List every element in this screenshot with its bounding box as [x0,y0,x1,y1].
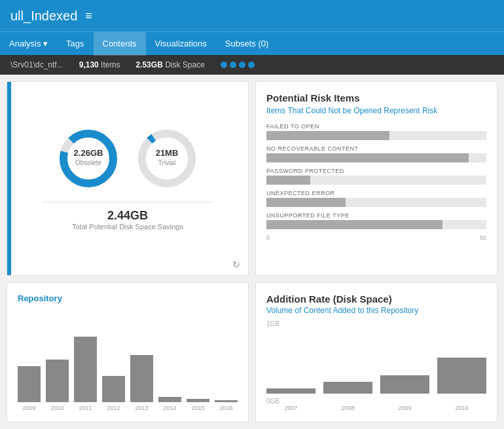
obsolete-donut-svg: 2.26GB Obsolete [56,126,121,191]
addrate-subtitle: Volume of Content Added to this Reposito… [266,306,486,315]
repo-bar [46,360,69,402]
repo-panel: Repository 20092010201120122013201420152… [7,282,249,423]
repo-bar [18,366,41,402]
disk-savings-panel: 2.26GB Obsolete 21MB Trivial 2.44GB Tota… [7,81,249,276]
repo-bar-label: 2013 [130,405,153,411]
menu-icon[interactable]: ≡ [85,9,92,23]
risk-bar-track [266,198,486,207]
total-label: Total Potential Disk Space Savings [42,223,213,231]
repo-bar-label: 2011 [74,405,97,411]
obsolete-label-text: Obsolete [75,159,101,166]
risk-bar-row: UNSUPPORTED FILE TYPE [266,212,486,229]
addrate-y-max: 1GB [266,320,486,327]
addrate-bar [437,358,486,394]
risk-subtitle: Items That Could Not be Opened Represent… [266,106,486,115]
refresh-icon[interactable]: ↻ [232,259,240,270]
repo-bar-label: 2009 [18,405,41,411]
risk-bar-fill [266,131,389,140]
left-accent-bar [7,82,11,275]
risk-bar-fill [266,198,346,207]
navbar: Analysis ▾TagsContentsVisualizationsSubs… [0,31,504,55]
total-value: 2.44GB [42,209,213,223]
addrate-labels: 2007200820092010 [266,405,486,411]
app-title: ull_Indexed [10,9,77,24]
risk-panel: Potential Risk Items Items That Could No… [255,81,497,276]
repo-chart-labels: 20092010201120122013201420152016 [18,405,238,411]
addrate-bar-label: 2010 [437,405,486,411]
repo-bar [158,397,181,402]
risk-bar-fill [266,153,469,162]
risk-bar-label: NO RECOVERABLE CONTENT [266,145,486,152]
trivial-label-text: Trivial [158,159,175,166]
repo-bar-label: 2014 [158,405,181,411]
repo-bar-label: 2015 [187,405,209,411]
repo-bar [102,376,125,402]
risk-bar-row: PASSWORD PROTECTED [266,168,486,185]
repo-bar [215,400,238,402]
addrate-bar-label: 2008 [323,405,372,411]
nav-item-analysis[interactable]: Analysis ▾ [0,32,57,56]
obsolete-donut: 2.26GB Obsolete [56,126,121,191]
statusbar-path: \Srv01\dc_ntf... [10,60,63,69]
dot-3 [239,62,245,68]
addrate-bar [380,375,429,394]
repo-title: Repository [18,293,238,303]
statusbar: \Srv01\dc_ntf... 9,130 Items 2.53GB Disk… [0,55,504,75]
total-savings: 2.44GB Total Potential Disk Space Saving… [42,202,213,231]
risk-title: Potential Risk Items [266,92,486,103]
risk-bar-label: UNSUPPORTED FILE TYPE [266,212,486,219]
addrate-bar [266,388,315,394]
trivial-donut: 21MB Trivial [134,126,200,191]
statusbar-disk: 2.53GB Disk Space [135,60,204,69]
risk-bar-label: FAILED TO OPEN [266,123,486,130]
risk-bar-label: UNEXPECTED ERROR [266,190,486,196]
addrate-panel: Addition Rate (Disk Space) Volume of Con… [255,282,497,423]
risk-bar-track [266,220,486,229]
nav-item-tags[interactable]: Tags [57,32,93,56]
addrate-y-min: 0GB [266,398,279,405]
main-content: 2.26GB Obsolete 21MB Trivial 2.44GB Tota… [0,75,504,429]
risk-bar-fill [266,176,310,185]
repo-bar [187,399,209,402]
repo-bar [74,337,97,402]
risk-bar-track [266,131,486,140]
addrate-title: Addition Rate (Disk Space) [266,293,486,305]
repo-bar-label: 2016 [215,405,238,411]
obsolete-value-text: 2.26GB [74,148,103,158]
risk-bars-container: FAILED TO OPENNO RECOVERABLE CONTENTPASS… [266,123,486,229]
risk-bar-track [266,176,486,185]
addrate-bar [323,382,372,394]
svg-point-2 [142,134,192,183]
statusbar-items: 9,130 Items [79,60,120,69]
trivial-value-text: 21MB [156,148,179,158]
risk-bar-track [266,153,486,162]
repo-bar [130,355,153,402]
addrate-bar-label: 2007 [266,405,315,411]
repo-chart-bars [18,308,238,405]
nav-item-subsets-0[interactable]: Subsets (0) [216,32,278,56]
repo-bar-label: 2012 [102,405,125,411]
dot-2 [230,62,236,68]
donut-row: 2.26GB Obsolete 21MB Trivial [56,126,200,191]
nav-item-visualizations[interactable]: Visualizations [146,32,216,56]
status-dots [221,62,255,68]
risk-bar-fill [266,220,442,229]
app-header: ull_Indexed ≡ [0,0,504,31]
dot-4 [248,62,255,68]
addrate-bar-label: 2009 [380,405,429,411]
risk-axis: 0 50 [266,234,486,241]
dot-1 [221,62,227,68]
addrate-bars [266,330,486,397]
nav-item-contents[interactable]: Contents [94,32,146,56]
risk-bar-label: PASSWORD PROTECTED [266,168,486,174]
risk-bar-row: NO RECOVERABLE CONTENT [266,145,486,162]
risk-bar-row: FAILED TO OPEN [266,123,486,140]
repo-bar-label: 2010 [46,405,69,411]
trivial-donut-svg: 21MB Trivial [134,126,200,191]
risk-bar-row: UNEXPECTED ERROR [266,190,486,207]
